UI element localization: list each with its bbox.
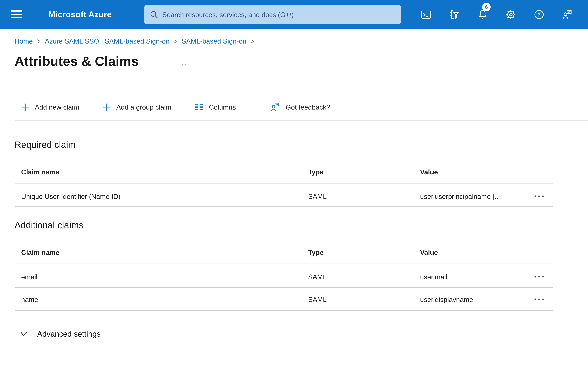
claim-type-cell: SAML [308, 296, 327, 303]
chevron-right-icon: > [251, 37, 254, 45]
columns-icon [195, 103, 203, 111]
advanced-settings-toggle[interactable]: Advanced settings [20, 329, 101, 338]
command-bar: Add new claim Add a group claim Columns [15, 99, 337, 115]
feedback-button[interactable] [559, 6, 576, 23]
table-rule [15, 183, 553, 184]
add-new-claim-button[interactable]: Add new claim [15, 99, 86, 115]
row-menu-button[interactable] [531, 295, 547, 304]
claim-name-cell: Unique User Identifier (Name ID) [21, 192, 121, 200]
menu-icon[interactable] [10, 7, 25, 22]
add-group-claim-button[interactable]: Add a group claim [96, 99, 178, 115]
column-header-claim-name: Claim name [21, 168, 60, 176]
title-bar: Attributes & Claims [0, 54, 588, 75]
claim-value-cell: user.displayname [420, 296, 473, 303]
got-feedback-label: Got feedback? [286, 103, 330, 111]
cloud-shell-icon [421, 9, 431, 20]
ellipsis-icon [534, 195, 544, 198]
svg-text:?: ? [537, 12, 541, 18]
ellipsis-icon [534, 298, 544, 301]
claim-type-cell: SAML [308, 192, 327, 200]
breadcrumb-app-sso[interactable]: Azure SAML SSO | SAML-based Sign-on [45, 37, 169, 45]
table-rule [15, 310, 553, 311]
top-bar: Microsoft Azure [0, 0, 588, 29]
brand-logo[interactable]: Microsoft Azure [48, 0, 112, 29]
notifications-button[interactable]: 6 [474, 6, 491, 23]
claim-value-cell: user.userprincipalname [... [420, 192, 500, 200]
chevron-down-icon [20, 331, 28, 337]
add-new-claim-label: Add new claim [35, 103, 79, 111]
add-group-claim-label: Add a group claim [116, 103, 171, 111]
breadcrumb-saml-signon[interactable]: SAML-based Sign-on [182, 37, 246, 45]
column-header-type: Type [308, 248, 324, 256]
notification-badge: 6 [482, 3, 491, 11]
got-feedback-button[interactable]: Got feedback? [264, 99, 337, 115]
column-header-value: Value [420, 168, 438, 176]
subscription-filter-icon [449, 9, 460, 20]
column-header-value: Value [420, 248, 438, 256]
feedback-icon [562, 9, 573, 20]
advanced-settings-label: Advanced settings [37, 329, 101, 338]
more-options-icon[interactable] [182, 62, 192, 68]
table-rule [15, 287, 553, 288]
subscription-filter-button[interactable] [446, 6, 463, 23]
row-menu-button[interactable] [531, 191, 547, 201]
help-button[interactable]: ? [531, 6, 547, 23]
row-menu-button[interactable] [531, 272, 547, 281]
table-rule [15, 206, 553, 207]
cloud-shell-button[interactable] [418, 6, 435, 23]
claim-value-cell: user.mail [420, 273, 447, 281]
chevron-right-icon: > [37, 37, 41, 45]
feedback-icon [270, 102, 280, 112]
claim-type-cell: SAML [308, 273, 327, 281]
gear-icon [505, 9, 516, 20]
claim-name-cell: name [21, 296, 38, 303]
global-search[interactable] [144, 5, 401, 24]
page-title: Attributes & Claims [15, 54, 138, 69]
help-icon: ? [534, 9, 545, 20]
additional-claims-heading: Additional claims [15, 220, 83, 231]
chevron-right-icon: > [174, 37, 177, 45]
settings-button[interactable] [502, 6, 519, 23]
breadcrumb: Home > Azure SAML SSO | SAML-based Sign-… [15, 37, 254, 45]
claim-name-cell: email [21, 273, 38, 281]
columns-label: Columns [209, 103, 236, 111]
search-input[interactable] [162, 11, 395, 19]
toolbar-rule [15, 120, 588, 121]
breadcrumb-home[interactable]: Home [15, 37, 33, 45]
table-rule [15, 264, 553, 264]
plus-icon [103, 103, 111, 111]
column-header-claim-name: Claim name [21, 248, 60, 256]
plus-icon [21, 103, 29, 111]
column-header-type: Type [308, 168, 324, 176]
azure-portal-window: Microsoft Azure [0, 0, 588, 372]
required-claim-heading: Required claim [15, 139, 76, 150]
ellipsis-icon [534, 275, 544, 278]
search-icon [150, 11, 158, 19]
toolbar-divider [255, 101, 255, 113]
columns-button[interactable]: Columns [188, 99, 242, 115]
